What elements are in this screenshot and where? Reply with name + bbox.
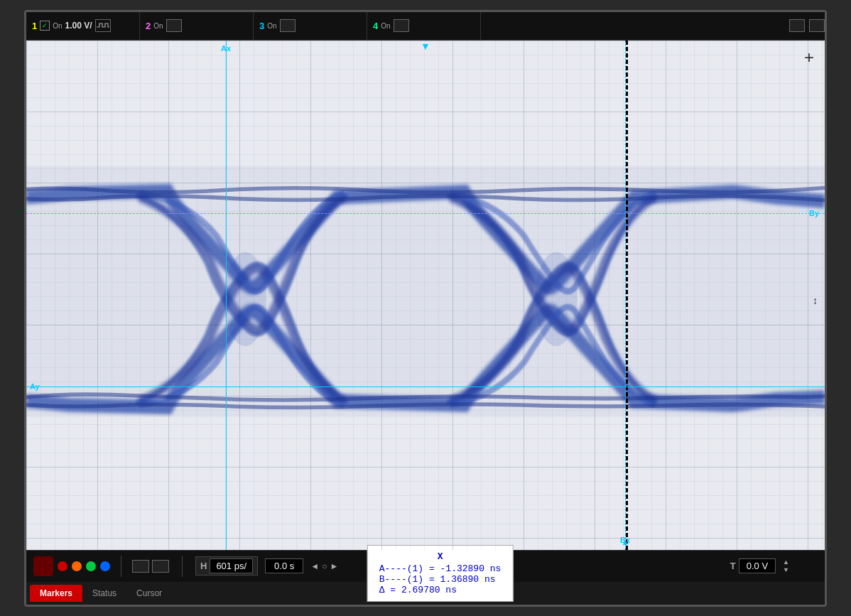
svg-rect-2 <box>26 166 825 416</box>
up-arrow[interactable]: ▲ <box>783 558 789 566</box>
small-control-icons <box>132 560 169 573</box>
plus-icon[interactable]: + <box>804 48 814 67</box>
ch1-value: 1.00 V/ <box>65 21 92 31</box>
tab-markers[interactable]: Markers <box>30 585 82 602</box>
nav-left[interactable]: ◄ <box>310 561 319 571</box>
ch1-number: 1 <box>32 21 37 31</box>
ch3-icon <box>280 19 296 32</box>
label-ay: Ay <box>30 382 40 391</box>
t-label: T <box>730 561 736 571</box>
measurement-panel: X A----(1) = -1.32890 ns B----(1) = 1.36… <box>367 545 514 602</box>
cursor-ay[interactable] <box>26 387 825 387</box>
misc-icon-2 <box>809 19 825 32</box>
h-timebase-box[interactable]: H 601 ps/ <box>195 556 258 576</box>
meas-delta-val: Δ = 2.69780 ns <box>379 585 502 595</box>
dot-dark-red <box>33 556 53 576</box>
dot-green <box>86 561 96 571</box>
nav-right[interactable]: ► <box>330 561 338 571</box>
h-value: 601 ps/ <box>210 558 253 573</box>
nav-center[interactable]: ○ <box>322 561 327 571</box>
ch2-number: 2 <box>146 21 151 31</box>
ch4-icon <box>394 19 409 32</box>
channel-3[interactable]: 3 On <box>254 12 367 40</box>
misc-icon-1 <box>789 19 805 32</box>
updown-arrows[interactable]: ▲ ▼ <box>783 558 789 573</box>
ch3-on-label: On <box>267 22 276 30</box>
cursor-bx[interactable] <box>625 40 628 550</box>
h-label: H <box>200 561 207 571</box>
channel-1[interactable]: 1 ✓ On 1.00 V/ <box>26 12 140 40</box>
misc-icons <box>789 12 825 40</box>
divider-1 <box>121 556 121 577</box>
t-trigger-box[interactable]: T 0.0 V <box>730 558 776 573</box>
label-by: By <box>809 209 819 217</box>
ch1-waveform-icon[interactable] <box>95 19 111 32</box>
waveform-svg <box>26 40 825 550</box>
ch3-number: 3 <box>259 21 264 31</box>
cursor-by[interactable] <box>26 213 825 214</box>
status-dots <box>33 556 110 576</box>
ctrl-icon-1[interactable] <box>132 560 149 573</box>
t-value: 0.0 V <box>739 558 776 573</box>
trigger-top-marker: ▼ <box>421 40 430 52</box>
channel-bar: 1 ✓ On 1.00 V/ 2 On 3 On 4 On <box>26 12 825 40</box>
trigger-bottom-marker: ▲ <box>622 538 629 546</box>
ch2-icon <box>166 19 182 32</box>
meas-b-val: B----(1) = 1.36890 ns <box>379 574 502 585</box>
dot-red <box>58 561 67 571</box>
ch4-number: 4 <box>373 21 378 31</box>
display-area: Ax Ay Bx By + ↕ ▼ ▲ <box>26 40 825 550</box>
oscilloscope: 1 ✓ On 1.00 V/ 2 On 3 On 4 On <box>24 10 827 607</box>
ch4-on-label: On <box>381 22 390 30</box>
tab-cursor[interactable]: Cursor <box>126 585 172 602</box>
down-arrow[interactable]: ▼ <box>783 566 789 573</box>
label-ax: Ax <box>221 44 231 53</box>
channel-4[interactable]: 4 On <box>367 12 481 40</box>
dot-blue <box>100 561 110 571</box>
time-position[interactable]: 0.0 s <box>265 558 303 573</box>
ctrl-icon-2[interactable] <box>152 560 169 573</box>
ch2-on-label: On <box>153 22 163 30</box>
ch1-on-label: On <box>53 22 62 30</box>
ch1-enabled[interactable]: ✓ <box>40 21 50 31</box>
tab-status[interactable]: Status <box>82 585 126 602</box>
divider-2 <box>182 556 183 577</box>
dot-orange <box>72 561 82 571</box>
meas-title: X <box>379 551 502 562</box>
trigger-arrow-icon: ↕ <box>813 295 818 306</box>
cursor-ax[interactable] <box>226 40 227 550</box>
nav-arrows[interactable]: ◄ ○ ► <box>310 561 338 571</box>
meas-a-val: A----(1) = -1.32890 ns <box>379 563 502 574</box>
channel-2[interactable]: 2 On <box>140 12 254 40</box>
